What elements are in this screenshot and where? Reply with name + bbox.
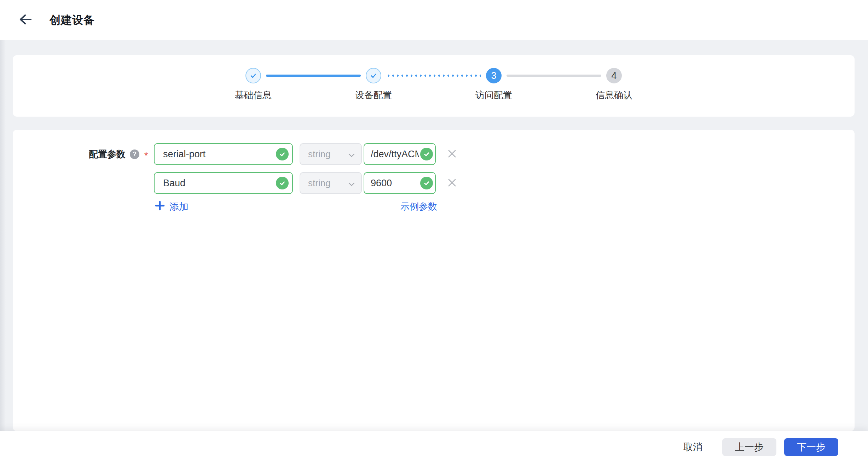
config-params-label: 配置参数: [89, 148, 126, 160]
page-title: 创建设备: [50, 13, 95, 28]
stepper-card: 基础信息 设备配置 3 访问配置 4 信息确认: [13, 55, 855, 117]
stepper: 基础信息 设备配置 3 访问配置 4 信息确认: [193, 55, 674, 117]
remove-param-button[interactable]: [445, 147, 459, 161]
close-icon: [447, 177, 457, 189]
param-name-field: [154, 172, 293, 194]
footer-bar: 取消 上一步 下一步: [0, 431, 868, 463]
cancel-button[interactable]: 取消: [677, 438, 709, 456]
chevron-down-icon: [348, 178, 355, 189]
step-number-badge: 4: [606, 68, 622, 83]
param-type-select[interactable]: string: [300, 143, 362, 165]
step-label: 基础信息: [235, 89, 272, 101]
step-done-check-icon: [366, 68, 381, 83]
param-value-input[interactable]: [364, 172, 436, 194]
prev-step-button[interactable]: 上一步: [722, 438, 776, 456]
param-row: string: [154, 143, 459, 165]
arrow-left-icon: [18, 13, 33, 27]
plus-icon: [155, 201, 165, 213]
param-actions-row: 添加 示例参数: [13, 200, 855, 215]
back-button[interactable]: [16, 10, 35, 30]
add-param-button[interactable]: 添加: [155, 200, 189, 213]
step-done-check-icon: [245, 68, 261, 83]
param-name-field: [154, 143, 293, 165]
param-name-input[interactable]: [154, 143, 293, 165]
page-header: 创建设备: [0, 0, 868, 40]
step-access-config: 3 访问配置: [434, 55, 554, 117]
help-icon[interactable]: ?: [130, 150, 139, 159]
chevron-down-icon: [348, 149, 355, 160]
step-basic-info: 基础信息: [193, 55, 313, 117]
close-icon: [447, 148, 457, 160]
remove-param-button[interactable]: [445, 176, 459, 190]
config-form-card: 配置参数 ? * string: [13, 130, 855, 431]
param-type-select[interactable]: string: [300, 172, 362, 194]
param-value-field: [364, 172, 436, 194]
param-row: string: [154, 172, 459, 194]
param-name-input[interactable]: [154, 172, 293, 194]
param-value-field: [364, 143, 436, 165]
step-label: 信息确认: [596, 89, 632, 101]
param-type-value: string: [308, 178, 331, 189]
step-label: 访问配置: [475, 89, 512, 101]
step-number-badge: 3: [486, 68, 502, 83]
add-param-label: 添加: [169, 200, 189, 213]
config-params-label-group: 配置参数 ? *: [13, 143, 154, 165]
required-marker: *: [144, 147, 148, 161]
step-info-confirm: 4 信息确认: [554, 55, 674, 117]
step-device-config: 设备配置: [313, 55, 434, 117]
next-step-button[interactable]: 下一步: [784, 438, 838, 456]
param-value-input[interactable]: [364, 143, 436, 165]
left-edge-shadow: [0, 40, 6, 463]
param-type-value: string: [308, 149, 331, 160]
step-label: 设备配置: [355, 89, 392, 101]
example-params-link[interactable]: 示例参数: [400, 200, 437, 213]
